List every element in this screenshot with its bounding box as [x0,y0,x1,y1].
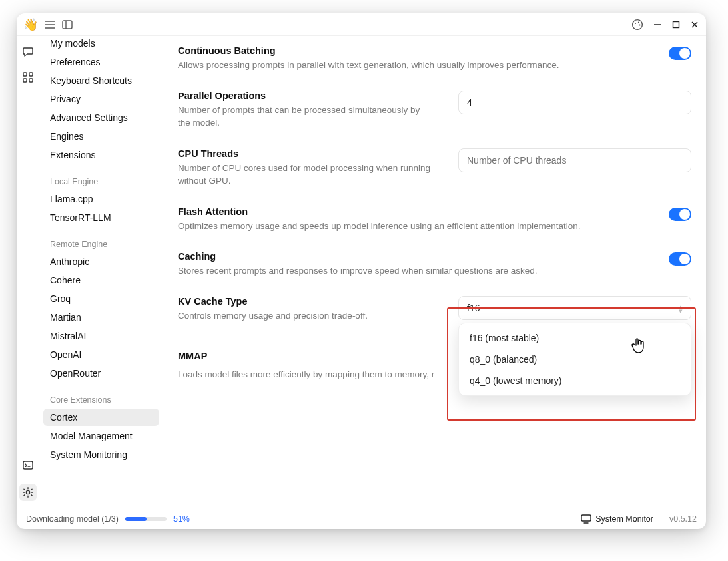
system-monitor-label: System Monitor [595,514,653,524]
setting-kv-cache-title: KV Cache Type [178,296,431,307]
window-close-button[interactable] [690,20,699,29]
left-rail [17,36,39,508]
sidebar-section-remote-engine: Remote Engine [43,228,159,253]
sidebar-item-system-monitoring[interactable]: System Monitoring [43,446,159,463]
chevron-updown-icon: ▴▾ [679,304,683,312]
sidebar-item-tensorrt-llm[interactable]: TensorRT-LLM [43,209,159,226]
sidebar-item-model-management[interactable]: Model Management [43,427,159,445]
svg-point-19 [26,490,29,494]
window-minimize-button[interactable] [653,20,662,29]
svg-point-8 [639,24,640,25]
svg-rect-15 [23,79,27,82]
setting-flash-attention-title: Flash Attention [178,206,669,217]
setting-caching-title: Caching [178,251,669,262]
toggle-sidebar-icon[interactable] [62,20,73,29]
svg-rect-16 [29,79,33,82]
setting-parallel-ops-desc: Number of prompts that can be processed … [178,104,431,130]
toggle-caching[interactable] [669,252,691,266]
dropdown-kv-cache-type: f16 (most stable) q8_0 (balanced) q4_0 (… [458,323,691,396]
svg-point-7 [638,21,639,23]
setting-cpu-threads-title: CPU Threads [178,148,431,159]
sidebar-item-anthropic[interactable]: Anthropic [43,253,159,270]
sidebar-item-preferences[interactable]: Preferences [43,53,159,71]
option-kv-q8-0[interactable]: q8_0 (balanced) [462,349,688,370]
sidebar-item-openrouter[interactable]: OpenRouter [43,365,159,382]
app-logo-icon: 👋 [23,17,38,32]
sidebar-item-privacy[interactable]: Privacy [43,91,159,108]
sidebar-item-my-models[interactable]: My models [43,36,159,52]
system-monitor-button[interactable]: System Monitor [581,514,653,524]
sidebar-item-extensions[interactable]: Extensions [43,146,159,164]
svg-point-6 [635,22,636,23]
theme-icon[interactable] [631,19,643,31]
sidebar-item-advanced-settings[interactable]: Advanced Settings [43,109,159,126]
sidebar-section-core-extensions: Core Extensions [43,383,159,409]
monitor-icon [581,514,591,524]
svg-rect-17 [23,461,33,469]
setting-parallel-ops-title: Parallel Operations [178,91,431,101]
settings-gear-icon[interactable] [19,484,37,501]
chat-icon[interactable] [21,45,35,59]
sidebar-item-openai[interactable]: OpenAI [43,346,159,363]
option-kv-f16[interactable]: f16 (most stable) [462,327,688,349]
svg-rect-14 [29,73,33,76]
sidebar-section-local-engine: Local Engine [43,165,159,190]
sidebar-item-mistralai[interactable]: MistralAI [43,327,159,345]
cursor-pointer-icon [631,337,647,354]
sidebar-item-keyboard-shortcuts[interactable]: Keyboard Shortcuts [43,72,159,89]
input-cpu-threads[interactable] [458,148,691,172]
sidebar-item-groq[interactable]: Groq [43,290,159,307]
menu-icon[interactable] [45,20,55,29]
sidebar-item-martian[interactable]: Martian [43,309,159,326]
titlebar: 👋 [17,13,706,36]
setting-kv-cache-desc: Controls memory usage and precision trad… [178,309,431,323]
setting-continuous-batching-desc: Allows processing prompts in parallel wi… [178,59,669,72]
settings-panel: Continuous Batching Allows processing pr… [163,36,706,508]
download-status-label: Downloading model (1/3) [26,514,119,524]
select-kv-cache-type[interactable]: f16 ▴▾ [458,296,691,320]
input-parallel-operations[interactable] [458,91,691,114]
status-bar: Downloading model (1/3) 51% System Monit… [17,508,706,529]
svg-rect-3 [63,21,72,29]
app-window: 👋 [17,13,706,529]
download-progress-bar [125,517,167,521]
sidebar-item-engines[interactable]: Engines [43,128,159,145]
svg-rect-13 [23,73,27,76]
svg-rect-20 [581,515,591,521]
download-percent: 51% [173,514,190,524]
toggle-continuous-batching[interactable] [669,47,691,60]
window-maximize-button[interactable] [671,20,681,29]
setting-caching-desc: Stores recent prompts and responses to i… [178,264,669,278]
sidebar-item-llamacpp[interactable]: Llama.cpp [43,190,159,208]
setting-continuous-batching-title: Continuous Batching [178,45,669,56]
select-kv-cache-value: f16 [467,303,480,313]
svg-point-5 [633,19,643,29]
setting-flash-attention-desc: Optimizes memory usage and speeds up mod… [178,220,669,233]
option-kv-q4-0[interactable]: q4_0 (lowest memory) [462,370,688,391]
svg-rect-10 [673,21,679,27]
toggle-flash-attention[interactable] [669,208,691,221]
version-label: v0.5.12 [669,514,697,524]
terminal-icon[interactable] [21,459,35,472]
setting-cpu-threads-desc: Number of CPU cores used for model proce… [178,162,431,188]
apps-grid-icon[interactable] [21,71,35,84]
sidebar-item-cortex[interactable]: Cortex [43,409,159,426]
settings-sidebar: My models Preferences Keyboard Shortcuts… [39,36,163,508]
sidebar-item-cohere[interactable]: Cohere [43,272,159,289]
